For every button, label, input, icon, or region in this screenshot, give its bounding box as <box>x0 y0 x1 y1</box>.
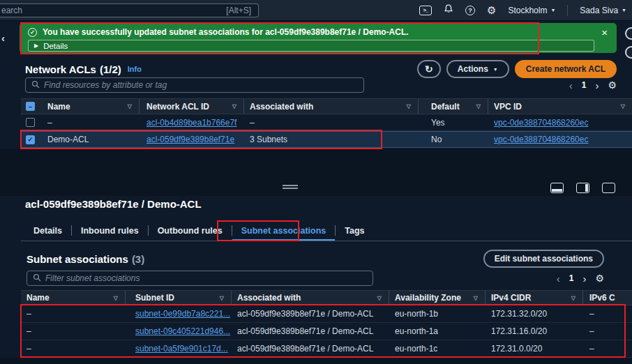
column-header-availability-zone[interactable]: Availability Zone▽ <box>389 291 486 305</box>
sort-icon[interactable]: ▽ <box>407 103 411 109</box>
bottom-panel-layout-icon[interactable] <box>550 183 564 193</box>
acl-id-link[interactable]: acl-0b4d89bea1b766e7f <box>146 118 236 128</box>
sort-icon[interactable]: ▽ <box>571 295 575 301</box>
actions-button[interactable]: Actions ▼ <box>446 60 509 78</box>
column-header-default[interactable]: Default▽ <box>419 99 488 114</box>
current-page[interactable]: 1 <box>582 80 587 90</box>
vpc-id-link[interactable]: vpc-0de388704868260ec <box>494 135 588 144</box>
create-network-acl-button[interactable]: Create network ACL <box>515 60 617 78</box>
indeterminate-glyph: – <box>29 103 32 110</box>
refresh-button[interactable]: ↻ <box>417 60 441 78</box>
cell-name: – <box>21 340 126 357</box>
cell-ipv6: – <box>583 305 632 322</box>
cell-vpc-id: vpc-0de388704868260ec <box>488 114 632 130</box>
header-checkbox-cell: – <box>21 99 42 114</box>
notifications-icon[interactable] <box>444 4 453 16</box>
cell-name: – <box>21 305 126 322</box>
subnet-id-link[interactable]: subnet-0a5f9e901c17d... <box>135 344 228 354</box>
edge-floating-button[interactable] <box>625 46 632 59</box>
sort-icon[interactable]: ▽ <box>474 295 478 301</box>
bottom-gap <box>0 358 632 364</box>
collapse-side-panel-icon[interactable]: ‹ <box>1 33 5 43</box>
column-header-name[interactable]: Name▽ <box>42 99 140 114</box>
acl-header-buttons: ↻ Actions ▼ Create network ACL <box>417 60 617 78</box>
network-acls-table: – Name▽ Network ACL ID▽ Associated with▽… <box>21 98 632 148</box>
cell-default: Yes <box>419 114 488 130</box>
subnet-toolbar: ‹ 1 › ⚙ <box>27 271 604 286</box>
column-header-associated-with[interactable]: Associated with▽ <box>232 291 389 305</box>
table-row[interactable]: – subnet-0a5f9e901c17d... acl-059df9e389… <box>21 340 632 358</box>
row-checkbox-cell: ✓ <box>21 132 42 147</box>
subnet-filter-field[interactable] <box>27 271 373 286</box>
cell-subnet-id: subnet-0e99db7a8c221... <box>126 305 232 322</box>
check-glyph: ✓ <box>28 136 33 143</box>
subnet-pagination: ‹ 1 › ⚙ <box>557 273 604 284</box>
region-selector[interactable]: Stockholm ▼ <box>508 6 555 15</box>
column-header-name[interactable]: Name▽ <box>21 291 126 305</box>
acl-filter-input[interactable] <box>44 80 358 90</box>
check-glyph: ✓ <box>30 29 35 36</box>
cell-availability-zone: eu-north-1a <box>389 323 486 340</box>
column-header-subnet-id[interactable]: Subnet ID▽ <box>126 291 232 305</box>
cloudshell-icon[interactable]: >_ <box>419 6 432 15</box>
vpc-id-link[interactable]: vpc-0de388704868260ec <box>494 118 588 128</box>
tab-inbound-rules[interactable]: Inbound rules <box>72 220 148 241</box>
edit-subnet-associations-button[interactable]: Edit subnet associations <box>483 250 604 268</box>
sort-icon[interactable]: ▽ <box>377 295 382 301</box>
acl-id-link[interactable]: acl-059df9e389b8ef71e <box>146 135 234 144</box>
column-header-ipv6[interactable]: IPv6 C <box>583 291 632 305</box>
cell-ipv4-cidr: 172.31.16.0/20 <box>486 323 583 340</box>
cell-ipv4-cidr: 172.31.32.0/20 <box>486 305 583 322</box>
edge-floating-button[interactable] <box>625 27 632 40</box>
split-panel-drag-handle[interactable] <box>283 185 298 189</box>
row-checkbox[interactable] <box>26 118 35 127</box>
account-menu[interactable]: Sada Siva ▼ <box>580 6 626 15</box>
subnet-id-link[interactable]: subnet-09c405221d946... <box>135 326 230 336</box>
acl-filter-field[interactable] <box>25 77 364 93</box>
select-all-checkbox[interactable]: – <box>26 102 35 111</box>
cell-name: – <box>42 114 140 130</box>
search-icon <box>33 273 41 284</box>
settings-gear-icon[interactable]: ⚙ <box>487 5 496 15</box>
current-page[interactable]: 1 <box>569 273 574 283</box>
column-header-acl-id[interactable]: Network ACL ID▽ <box>140 99 244 114</box>
column-header-associated-with[interactable]: Associated with▽ <box>244 99 419 114</box>
success-banner: ✓ You have successfully updated subnet a… <box>20 23 617 53</box>
close-banner-icon[interactable]: × <box>601 27 610 38</box>
global-search-input[interactable]: earch [Alt+S] <box>0 3 259 17</box>
cell-ipv4-cidr: 172.31.0.0/20 <box>486 340 583 357</box>
column-header-ipv4-cidr[interactable]: IPv4 CIDR▽ <box>486 291 583 305</box>
fullscreen-panel-icon[interactable] <box>602 183 615 193</box>
table-row[interactable]: – subnet-09c405221d946... acl-059df9e389… <box>21 323 632 340</box>
tab-details[interactable]: Details <box>24 220 71 241</box>
sort-icon[interactable]: ▽ <box>220 295 224 301</box>
sort-icon[interactable]: ▽ <box>232 103 236 109</box>
next-page-icon[interactable]: › <box>595 80 599 91</box>
row-checkbox-cell <box>21 114 42 130</box>
table-row[interactable]: – acl-0b4d89bea1b766e7f – Yes vpc-0de388… <box>21 114 632 131</box>
info-link[interactable]: Info <box>128 65 142 73</box>
sort-icon[interactable]: ▽ <box>621 103 625 109</box>
tab-outbound-rules[interactable]: Outbound rules <box>149 220 232 241</box>
subnet-header-buttons: Edit subnet associations <box>483 250 604 268</box>
next-page-icon[interactable]: › <box>582 273 586 284</box>
sort-icon[interactable]: ▽ <box>476 103 481 109</box>
column-header-vpc-id[interactable]: VPC ID▽ <box>488 99 632 114</box>
table-settings-gear-icon[interactable]: ⚙ <box>608 80 617 90</box>
subnet-filter-input[interactable] <box>45 273 367 283</box>
previous-page-icon[interactable]: ‹ <box>569 80 573 91</box>
sort-icon[interactable]: ▽ <box>128 103 132 109</box>
previous-page-icon[interactable]: ‹ <box>557 273 560 284</box>
tab-tags[interactable]: Tags <box>336 220 373 241</box>
subnet-id-link[interactable]: subnet-0e99db7a8c221... <box>135 309 230 319</box>
row-checkbox[interactable]: ✓ <box>26 135 35 144</box>
tab-subnet-associations[interactable]: Subnet associations <box>232 220 336 241</box>
banner-details-toggle[interactable]: ▶ Details <box>28 40 594 52</box>
table-header-row: Name▽ Subnet ID▽ Associated with▽ Availa… <box>21 290 632 305</box>
side-panel-layout-icon[interactable] <box>576 183 589 193</box>
table-row-selected[interactable]: ✓ Demo-ACL acl-059df9e389b8ef71e 3 Subne… <box>21 131 632 148</box>
table-settings-gear-icon[interactable]: ⚙ <box>595 273 604 283</box>
sort-icon[interactable]: ▽ <box>114 295 118 301</box>
help-icon[interactable]: ? <box>465 6 475 15</box>
table-row[interactable]: – subnet-0e99db7a8c221... acl-059df9e389… <box>21 305 632 323</box>
